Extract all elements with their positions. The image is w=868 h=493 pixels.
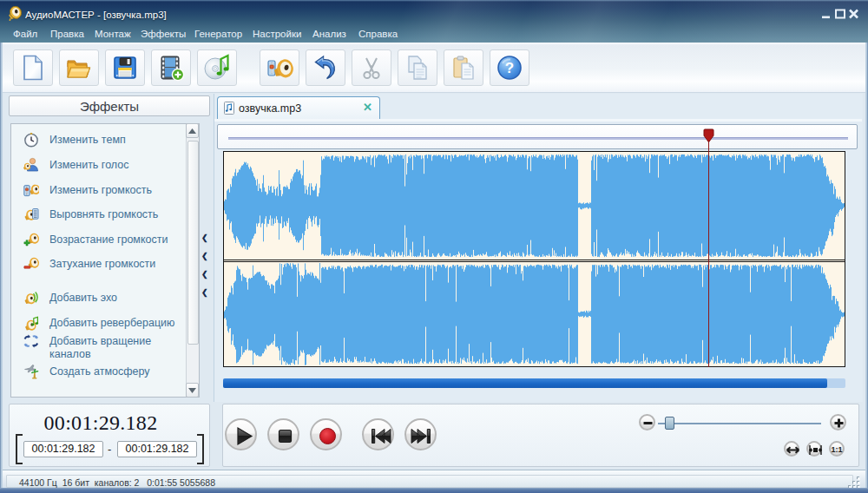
svg-text:?: ? [505, 60, 514, 76]
